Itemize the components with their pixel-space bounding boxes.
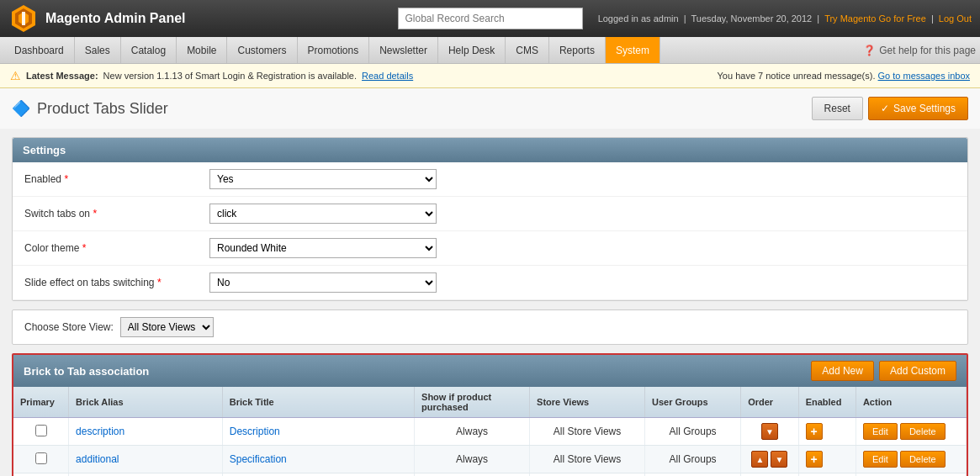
action-cell: Edit Delete — [856, 473, 966, 477]
alias-cell: additional — [69, 446, 223, 473]
save-icon: ✓ — [881, 103, 889, 114]
title-cell: Description — [222, 418, 414, 446]
order-down-button[interactable]: ▼ — [761, 423, 778, 440]
message-left: ⚠ Latest Message: New version 1.1.13 of … — [10, 69, 413, 82]
show-cell: Always — [415, 473, 530, 477]
switch-tabs-label: Switch tabs on * — [24, 208, 209, 219]
read-details-link[interactable]: Read details — [362, 71, 413, 81]
brick-table: Primary Brick Alias Brick Title Show if … — [13, 387, 967, 476]
question-icon: ❓ — [863, 45, 876, 56]
nav-promotions[interactable]: Promotions — [298, 37, 370, 63]
nav-customers[interactable]: Customers — [227, 37, 297, 63]
table-row: description Description Always All Store… — [13, 418, 967, 446]
add-custom-button[interactable]: Add Custom — [879, 361, 956, 381]
nav-catalog[interactable]: Catalog — [121, 37, 177, 63]
groups-cell: All Groups — [645, 473, 741, 477]
enabled-control[interactable]: Yes No — [209, 169, 437, 189]
enabled-toggle-button[interactable]: + — [806, 423, 823, 440]
col-header-enabled: Enabled — [798, 387, 856, 418]
switch-tabs-control[interactable]: click hover — [209, 204, 437, 224]
reset-button[interactable]: Reset — [812, 97, 863, 120]
order-up-button[interactable]: ▲ — [751, 451, 768, 468]
col-header-title: Brick Title — [222, 387, 414, 418]
switch-tabs-row: Switch tabs on * click hover — [13, 197, 967, 231]
primary-cell — [13, 446, 69, 473]
row-checkbox[interactable] — [35, 452, 47, 464]
header-info: Logged in as admin | Tuesday, November 2… — [583, 13, 972, 24]
warning-icon: ⚠ — [10, 69, 21, 82]
color-theme-control[interactable]: Rounded White Flat Blue — [209, 238, 437, 258]
title-cell: Product Tags — [222, 473, 414, 477]
required-marker3: * — [82, 242, 87, 254]
add-new-button[interactable]: Add New — [811, 361, 874, 381]
message-text: New version 1.1.13 of Smart Login & Regi… — [103, 71, 357, 81]
nav-sales[interactable]: Sales — [75, 37, 121, 63]
delete-button[interactable]: Delete — [900, 451, 946, 468]
store-view-select[interactable]: All Store Views — [120, 317, 214, 337]
groups-cell: All Groups — [645, 418, 741, 446]
required-marker4: * — [157, 277, 162, 288]
message-right: You have 7 notice unread message(s). Go … — [718, 71, 970, 81]
nav-system[interactable]: System — [606, 37, 660, 63]
nav-helpdesk[interactable]: Help Desk — [438, 37, 506, 63]
groups-cell: All Groups — [645, 446, 741, 473]
alias-link[interactable]: additional — [76, 453, 119, 465]
col-header-action: Action — [856, 387, 966, 418]
order-down-button[interactable]: ▼ — [771, 451, 787, 468]
header-buttons: Reset ✓ Save Settings — [812, 97, 968, 120]
brick-header: Brick to Tab association Add New Add Cus… — [13, 355, 967, 387]
help-label: Get help for this page — [879, 45, 976, 56]
user-info: Logged in as admin — [598, 13, 679, 24]
order-cell: ▲ ▼ — [741, 446, 798, 473]
nav-newsletter[interactable]: Newsletter — [369, 37, 438, 63]
edit-button[interactable]: Edit — [863, 423, 898, 440]
color-theme-row: Color theme * Rounded White Flat Blue — [13, 231, 967, 266]
try-magento-link[interactable]: Try Magento Go for Free — [824, 13, 926, 24]
row-checkbox[interactable] — [35, 425, 47, 436]
title-link[interactable]: Description — [230, 426, 280, 437]
table-row: product_additional_data Product Tags Alw… — [13, 473, 967, 477]
magento-logo-icon — [8, 3, 39, 34]
enabled-cell: + — [798, 473, 856, 477]
search-input[interactable] — [398, 8, 583, 29]
nav-cms[interactable]: CMS — [506, 37, 549, 63]
alias-cell: description — [69, 418, 223, 446]
store-view-label: Choose Store View: — [24, 321, 114, 333]
edit-button[interactable]: Edit — [863, 451, 898, 468]
page-title: Product Tabs Slider — [37, 100, 168, 118]
store-cell: All Store Views — [530, 473, 645, 477]
brick-section-title: Brick to Tab association — [24, 365, 149, 378]
delete-button[interactable]: Delete — [900, 423, 946, 440]
slide-effect-select[interactable]: No Yes — [209, 272, 437, 293]
settings-section: Settings Enabled * Yes No Switch tabs on… — [12, 137, 968, 301]
enabled-select[interactable]: Yes No — [209, 169, 437, 189]
search-bar[interactable] — [398, 8, 583, 29]
nav-help: ❓ Get help for this page — [863, 37, 976, 63]
svg-rect-3 — [22, 12, 25, 25]
logout-link[interactable]: Log Out — [939, 13, 972, 24]
nav-dashboard[interactable]: Dashboard — [4, 37, 75, 63]
nav-mobile[interactable]: Mobile — [177, 37, 227, 63]
alias-link[interactable]: description — [76, 426, 124, 437]
page-title-area: 🔷 Product Tabs Slider — [12, 99, 168, 118]
slider-icon: 🔷 — [12, 99, 30, 118]
action-cell: Edit Delete — [856, 446, 966, 473]
show-cell: Always — [415, 446, 530, 473]
slide-effect-control[interactable]: No Yes — [209, 272, 437, 293]
col-header-store: Store Views — [530, 387, 645, 418]
go-to-messages-link[interactable]: Go to messages inbox — [878, 71, 970, 81]
title-link[interactable]: Specification — [230, 453, 287, 465]
settings-header: Settings — [13, 138, 967, 162]
brick-section: Brick to Tab association Add New Add Cus… — [12, 353, 968, 476]
color-theme-select[interactable]: Rounded White Flat Blue — [209, 238, 437, 258]
header: Magento Admin Panel Logged in as admin |… — [0, 0, 980, 37]
nav-reports[interactable]: Reports — [549, 37, 606, 63]
switch-tabs-select[interactable]: click hover — [209, 204, 437, 224]
save-settings-button[interactable]: ✓ Save Settings — [868, 97, 968, 120]
col-header-alias: Brick Alias — [69, 387, 223, 418]
primary-cell — [13, 418, 69, 446]
required-marker2: * — [93, 208, 97, 219]
alias-cell: product_additional_data — [69, 473, 223, 477]
notice-count-text: You have 7 notice unread message(s). — [718, 71, 876, 81]
enabled-toggle-button[interactable]: + — [806, 451, 823, 468]
